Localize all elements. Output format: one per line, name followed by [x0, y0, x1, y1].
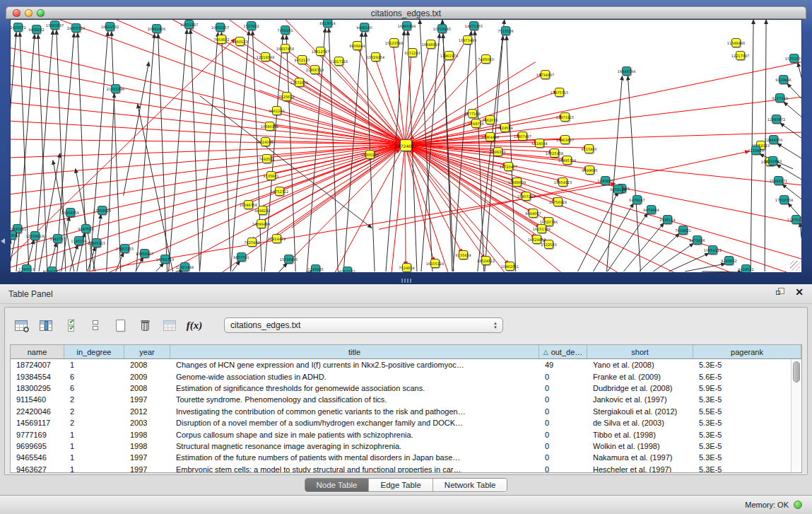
graph-node[interactable]: 7386372: [493, 147, 502, 156]
graph-node[interactable]: 9474444: [647, 205, 656, 214]
graph-node[interactable]: 11675334: [792, 215, 801, 224]
graph-node[interactable]: 1249345: [311, 264, 320, 273]
graph-node[interactable]: 10654112: [708, 245, 717, 255]
table-row[interactable]: 2242004622012Investigating the contribut…: [11, 406, 791, 417]
table-row[interactable]: 1938455462009Genome-wide association stu…: [11, 370, 791, 382]
graph-node[interactable]: 9245652: [724, 256, 734, 265]
graph-node[interactable]: 12905115: [92, 238, 101, 247]
graph-node[interactable]: 1527602: [247, 21, 256, 30]
graph-node[interactable]: 20206556: [66, 208, 75, 217]
panel-splitter-handle[interactable]: [401, 279, 411, 283]
graph-node[interactable]: 9660123: [235, 37, 245, 46]
graph-node[interactable]: 16782753: [160, 255, 170, 264]
graph-node[interactable]: 16046756: [244, 200, 253, 209]
graph-node[interactable]: 7632621: [678, 226, 688, 235]
graph-node[interactable]: 9458232: [32, 25, 41, 34]
table-column-icon[interactable]: [38, 317, 54, 333]
graph-node[interactable]: 7456161: [281, 25, 290, 35]
network-selector-dropdown[interactable]: citations_edges.txt ▲▼: [224, 317, 503, 333]
graph-node[interactable]: 16092051: [47, 267, 57, 273]
graph-node[interactable]: 20364486: [486, 132, 495, 141]
graph-node[interactable]: 6479197: [632, 195, 642, 204]
graph-node[interactable]: 16151326: [537, 224, 546, 233]
graph-node[interactable]: 12093872: [772, 115, 781, 124]
graph-node[interactable]: 7515526: [501, 26, 510, 35]
column-header-indegree[interactable]: in_degree: [64, 345, 124, 358]
graph-node[interactable]: 8858124: [613, 185, 623, 194]
float-window-icon[interactable]: [776, 288, 785, 297]
graph-node[interactable]: 12218049: [261, 52, 270, 62]
graph-node[interactable]: 10688609: [512, 177, 522, 187]
graph-hub-node[interactable]: 18724007: [400, 139, 412, 151]
graph-node[interactable]: 10719145: [437, 24, 447, 33]
close-icon[interactable]: ✕: [795, 288, 804, 297]
row-height-icon[interactable]: [88, 317, 103, 333]
graph-node[interactable]: 20691406: [152, 24, 161, 33]
column-header-pagerank[interactable]: pagerank: [693, 345, 801, 358]
graph-node[interactable]: 11317216: [334, 57, 343, 66]
table-row[interactable]: 911546021997Tourette syndrome. Phenomeno…: [11, 394, 791, 405]
graph-node[interactable]: 9466160: [360, 23, 369, 32]
graph-node[interactable]: 15716485: [284, 255, 293, 264]
table-row[interactable]: 946554611997Estimation of the future num…: [11, 452, 791, 463]
graph-node[interactable]: 12572612: [295, 78, 304, 87]
graph-node[interactable]: 10807487: [518, 132, 527, 141]
graph-node[interactable]: 17875715: [555, 88, 564, 97]
column-header-year[interactable]: year: [124, 345, 170, 358]
graph-node[interactable]: 10590152: [265, 122, 274, 131]
graph-node[interactable]: 19734937: [541, 70, 550, 79]
graph-node[interactable]: 9661243: [272, 106, 281, 115]
graph-node[interactable]: 7524854: [402, 263, 411, 272]
graph-node[interactable]: 9227343: [775, 93, 784, 103]
graph-node[interactable]: 14671355: [469, 21, 478, 30]
vertical-scrollbar[interactable]: [791, 359, 801, 473]
graph-node[interactable]: 9806944: [353, 41, 362, 50]
column-header-title[interactable]: title: [170, 345, 539, 358]
graph-node[interactable]: 1145194: [74, 236, 83, 245]
graph-node[interactable]: 24055724: [71, 23, 81, 33]
graph-node[interactable]: 15692971: [774, 176, 783, 185]
column-header-name[interactable]: name: [11, 345, 64, 358]
graph-node[interactable]: 13583037: [50, 21, 59, 30]
graph-node[interactable]: 9151243: [408, 48, 417, 57]
graph-node[interactable]: 21856719: [310, 65, 319, 74]
graph-node[interactable]: 12973115: [560, 112, 570, 122]
graph-node[interactable]: 11548498: [731, 38, 741, 47]
graph-node[interactable]: 8813014: [323, 19, 332, 28]
graph-node[interactable]: 1790513: [22, 264, 31, 273]
graph-node[interactable]: 3624554: [500, 123, 510, 132]
graph-node[interactable]: 1640935: [601, 176, 610, 185]
graph-node[interactable]: 9135424: [459, 250, 468, 259]
graph-node[interactable]: 15329254: [371, 52, 380, 62]
graph-node[interactable]: 16155124: [430, 259, 440, 268]
graph-node[interactable]: 17957255: [120, 244, 129, 253]
graph-node[interactable]: 9135601: [266, 171, 276, 180]
graph-node[interactable]: 9452137: [298, 55, 307, 64]
graph-node[interactable]: 2522543: [544, 240, 553, 249]
graph-node[interactable]: 12444150: [769, 135, 778, 144]
graph-node[interactable]: 16648794: [622, 66, 631, 76]
graph-node[interactable]: 9749756: [471, 119, 481, 128]
graph-node[interactable]: 6216044: [535, 139, 544, 148]
graph-node[interactable]: 18811532: [105, 22, 114, 31]
window-resize-grip[interactable]: [790, 261, 800, 271]
graph-node[interactable]: 16210643: [768, 156, 777, 165]
graph-node[interactable]: 9857791: [237, 252, 246, 262]
graph-node[interactable]: 14463627: [560, 135, 570, 144]
graph-node[interactable]: 7625402: [247, 238, 257, 247]
graph-node[interactable]: 7485083: [481, 54, 490, 64]
graph-node[interactable]: 3942757: [53, 234, 62, 243]
graph-node[interactable]: 15720407: [504, 162, 513, 171]
graph-node[interactable]: 18300295: [365, 150, 375, 159]
import-table-icon[interactable]: [162, 317, 177, 333]
table-row[interactable]: 1456911722003Disruption of a novel membe…: [11, 417, 791, 428]
graph-node[interactable]: 18495794: [563, 156, 572, 165]
new-table-icon[interactable]: [112, 317, 128, 333]
window-titlebar[interactable]: citations_edges.txt: [6, 6, 806, 19]
graph-node[interactable]: 16914479: [272, 234, 281, 243]
graph-node[interactable]: 9097588: [81, 224, 90, 233]
graph-node[interactable]: 9699695: [585, 165, 594, 175]
graph-node[interactable]: 15123549: [389, 38, 399, 47]
graph-node[interactable]: 10655257: [216, 23, 225, 32]
graph-node[interactable]: 10462051: [505, 262, 514, 271]
